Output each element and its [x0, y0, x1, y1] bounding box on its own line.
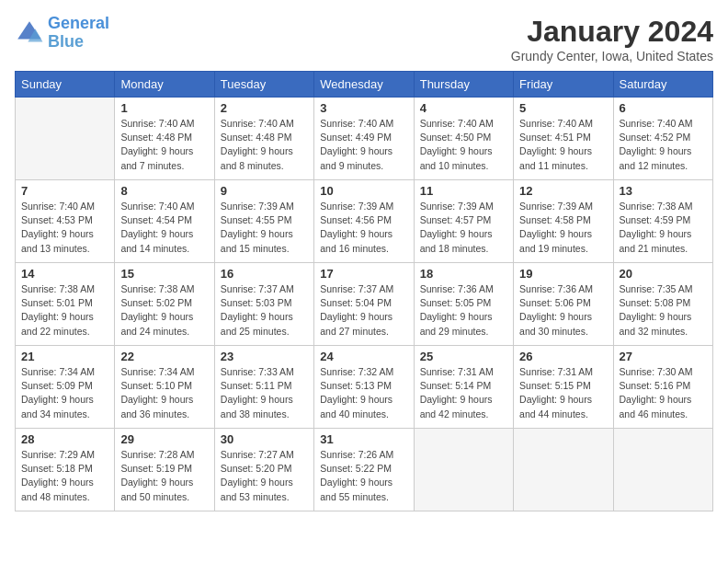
calendar-cell: 16Sunrise: 7:37 AMSunset: 5:03 PMDayligh…: [214, 263, 313, 346]
calendar-cell: 19Sunrise: 7:36 AMSunset: 5:06 PMDayligh…: [514, 263, 613, 346]
calendar-week-row: 28Sunrise: 7:29 AMSunset: 5:18 PMDayligh…: [16, 429, 713, 511]
day-info: Sunrise: 7:38 AMSunset: 5:01 PMDaylight:…: [21, 282, 108, 339]
calendar-cell: 11Sunrise: 7:39 AMSunset: 4:57 PMDayligh…: [414, 180, 513, 263]
calendar-cell: 1Sunrise: 7:40 AMSunset: 4:48 PMDaylight…: [115, 98, 214, 180]
logo-text: General Blue: [48, 15, 109, 52]
calendar-cell: 27Sunrise: 7:30 AMSunset: 5:16 PMDayligh…: [613, 346, 712, 429]
day-number: 11: [420, 184, 507, 198]
day-number: 27: [620, 350, 707, 363]
calendar-cell: 15Sunrise: 7:38 AMSunset: 5:02 PMDayligh…: [115, 263, 214, 346]
calendar-week-row: 1Sunrise: 7:40 AMSunset: 4:48 PMDaylight…: [16, 98, 713, 180]
day-number: 18: [420, 267, 507, 281]
day-info: Sunrise: 7:40 AMSunset: 4:48 PMDaylight:…: [120, 117, 208, 173]
logo-icon: [15, 18, 44, 48]
day-info: Sunrise: 7:29 AMSunset: 5:18 PMDaylight:…: [21, 448, 108, 504]
day-number: 12: [519, 184, 607, 198]
location: Grundy Center, Iowa, United States: [511, 49, 713, 63]
day-number: 30: [221, 432, 308, 446]
day-number: 23: [221, 350, 308, 363]
month-title: January 2024: [511, 15, 713, 49]
day-info: Sunrise: 7:33 AMSunset: 5:11 PMDaylight:…: [221, 365, 308, 421]
day-number: 3: [320, 101, 407, 115]
day-info: Sunrise: 7:31 AMSunset: 5:15 PMDaylight:…: [519, 365, 607, 421]
calendar-cell: 23Sunrise: 7:33 AMSunset: 5:11 PMDayligh…: [214, 346, 313, 429]
calendar-cell: 29Sunrise: 7:28 AMSunset: 5:19 PMDayligh…: [115, 429, 214, 511]
calendar-cell: 31Sunrise: 7:26 AMSunset: 5:22 PMDayligh…: [314, 429, 414, 511]
day-number: 1: [120, 101, 208, 115]
day-info: Sunrise: 7:40 AMSunset: 4:51 PMDaylight:…: [519, 117, 607, 173]
calendar-header-wednesday: Wednesday: [314, 72, 414, 98]
day-number: 5: [519, 101, 607, 115]
calendar-header-tuesday: Tuesday: [214, 72, 313, 98]
calendar-header-monday: Monday: [115, 72, 214, 98]
day-number: 10: [320, 184, 407, 198]
day-info: Sunrise: 7:26 AMSunset: 5:22 PMDaylight:…: [320, 448, 407, 504]
calendar-cell: 28Sunrise: 7:29 AMSunset: 5:18 PMDayligh…: [16, 429, 115, 511]
calendar-cell: 12Sunrise: 7:39 AMSunset: 4:58 PMDayligh…: [514, 180, 613, 263]
calendar-cell: 8Sunrise: 7:40 AMSunset: 4:54 PMDaylight…: [115, 180, 214, 263]
day-info: Sunrise: 7:31 AMSunset: 5:14 PMDaylight:…: [420, 365, 507, 421]
day-number: 21: [21, 350, 108, 363]
calendar-week-row: 21Sunrise: 7:34 AMSunset: 5:09 PMDayligh…: [16, 346, 713, 429]
calendar-cell: 4Sunrise: 7:40 AMSunset: 4:50 PMDaylight…: [414, 98, 513, 180]
day-info: Sunrise: 7:39 AMSunset: 4:56 PMDaylight:…: [320, 200, 407, 256]
day-number: 4: [420, 101, 507, 115]
calendar-header-friday: Friday: [514, 72, 613, 98]
calendar-cell: [16, 98, 115, 180]
calendar-cell: 25Sunrise: 7:31 AMSunset: 5:14 PMDayligh…: [414, 346, 513, 429]
calendar-cell: 10Sunrise: 7:39 AMSunset: 4:56 PMDayligh…: [314, 180, 414, 263]
calendar-cell: 18Sunrise: 7:36 AMSunset: 5:05 PMDayligh…: [414, 263, 513, 346]
day-number: 28: [21, 432, 108, 446]
day-number: 24: [320, 350, 407, 363]
logo: General Blue: [15, 15, 109, 52]
day-number: 9: [221, 184, 308, 198]
calendar-cell: 6Sunrise: 7:40 AMSunset: 4:52 PMDaylight…: [613, 98, 712, 180]
day-info: Sunrise: 7:40 AMSunset: 4:52 PMDaylight:…: [620, 117, 707, 173]
day-info: Sunrise: 7:38 AMSunset: 4:59 PMDaylight:…: [620, 200, 707, 256]
day-number: 19: [519, 267, 607, 281]
day-info: Sunrise: 7:39 AMSunset: 4:57 PMDaylight:…: [420, 200, 507, 256]
calendar-cell: 7Sunrise: 7:40 AMSunset: 4:53 PMDaylight…: [16, 180, 115, 263]
day-number: 29: [120, 432, 208, 446]
day-info: Sunrise: 7:40 AMSunset: 4:49 PMDaylight:…: [320, 117, 407, 173]
day-info: Sunrise: 7:38 AMSunset: 5:02 PMDaylight:…: [120, 282, 208, 339]
day-number: 26: [519, 350, 607, 363]
day-info: Sunrise: 7:34 AMSunset: 5:10 PMDaylight:…: [120, 365, 208, 421]
page-header: General Blue January 2024 Grundy Center,…: [15, 15, 713, 63]
day-info: Sunrise: 7:40 AMSunset: 4:54 PMDaylight:…: [120, 200, 208, 256]
day-number: 16: [221, 267, 308, 281]
day-info: Sunrise: 7:28 AMSunset: 5:19 PMDaylight:…: [120, 448, 208, 504]
calendar-table: SundayMondayTuesdayWednesdayThursdayFrid…: [15, 71, 713, 511]
day-number: 31: [320, 432, 407, 446]
day-number: 22: [120, 350, 208, 363]
day-number: 2: [221, 101, 308, 115]
calendar-cell: 22Sunrise: 7:34 AMSunset: 5:10 PMDayligh…: [115, 346, 214, 429]
calendar-cell: 13Sunrise: 7:38 AMSunset: 4:59 PMDayligh…: [613, 180, 712, 263]
day-info: Sunrise: 7:39 AMSunset: 4:58 PMDaylight:…: [519, 200, 607, 256]
day-number: 17: [320, 267, 407, 281]
calendar-cell: 30Sunrise: 7:27 AMSunset: 5:20 PMDayligh…: [214, 429, 313, 511]
day-number: 13: [620, 184, 707, 198]
day-info: Sunrise: 7:40 AMSunset: 4:50 PMDaylight:…: [420, 117, 507, 173]
day-info: Sunrise: 7:36 AMSunset: 5:05 PMDaylight:…: [420, 282, 507, 339]
day-info: Sunrise: 7:30 AMSunset: 5:16 PMDaylight:…: [620, 365, 707, 421]
calendar-header-sunday: Sunday: [16, 72, 115, 98]
day-info: Sunrise: 7:27 AMSunset: 5:20 PMDaylight:…: [221, 448, 308, 504]
day-number: 20: [620, 267, 707, 281]
day-number: 6: [620, 101, 707, 115]
day-number: 25: [420, 350, 507, 363]
calendar-header-thursday: Thursday: [414, 72, 513, 98]
calendar-cell: 20Sunrise: 7:35 AMSunset: 5:08 PMDayligh…: [613, 263, 712, 346]
day-info: Sunrise: 7:40 AMSunset: 4:53 PMDaylight:…: [21, 200, 108, 256]
day-info: Sunrise: 7:37 AMSunset: 5:04 PMDaylight:…: [320, 282, 407, 339]
calendar-header-row: SundayMondayTuesdayWednesdayThursdayFrid…: [16, 72, 713, 98]
title-area: January 2024 Grundy Center, Iowa, United…: [511, 15, 713, 63]
calendar-week-row: 14Sunrise: 7:38 AMSunset: 5:01 PMDayligh…: [16, 263, 713, 346]
calendar-cell: [414, 429, 513, 511]
calendar-cell: 2Sunrise: 7:40 AMSunset: 4:48 PMDaylight…: [214, 98, 313, 180]
calendar-cell: 9Sunrise: 7:39 AMSunset: 4:55 PMDaylight…: [214, 180, 313, 263]
day-info: Sunrise: 7:32 AMSunset: 5:13 PMDaylight:…: [320, 365, 407, 421]
day-number: 8: [120, 184, 208, 198]
day-info: Sunrise: 7:36 AMSunset: 5:06 PMDaylight:…: [519, 282, 607, 339]
calendar-week-row: 7Sunrise: 7:40 AMSunset: 4:53 PMDaylight…: [16, 180, 713, 263]
